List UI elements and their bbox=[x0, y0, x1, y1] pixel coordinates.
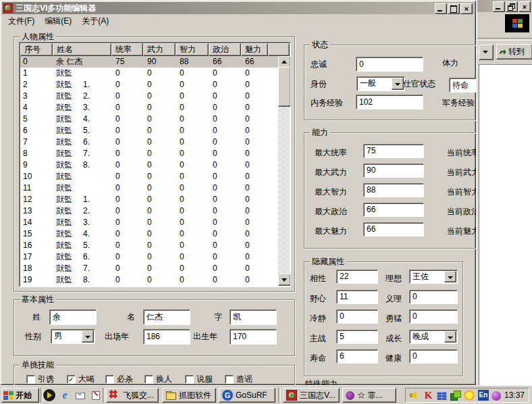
taskbar-clock[interactable]: 13:37 bbox=[504, 388, 525, 402]
max-ability-input[interactable]: 75 bbox=[363, 144, 424, 158]
firewall-icon[interactable] bbox=[437, 392, 447, 400]
table-row[interactable]: 13獃監2.00000 bbox=[20, 205, 279, 217]
table-row[interactable]: 0余 仁杰7590886666 bbox=[20, 56, 279, 68]
taskbar-button[interactable]: 三国志V... bbox=[283, 388, 340, 403]
max-ability-input[interactable]: 66 bbox=[363, 222, 424, 236]
given-name-input[interactable]: 仁杰 bbox=[143, 309, 190, 325]
max-ability-input[interactable]: 88 bbox=[363, 183, 424, 197]
hidden-attr-input[interactable]: 5 bbox=[336, 330, 378, 344]
table-row[interactable]: 7獃監6.00000 bbox=[20, 136, 279, 148]
hidden-attr-input[interactable]: 0 bbox=[336, 309, 378, 324]
checkbox[interactable] bbox=[144, 375, 153, 384]
table-row[interactable]: 2獃監1.00000 bbox=[20, 79, 279, 91]
surname-input[interactable]: 余 bbox=[49, 309, 97, 325]
hidden-attr-input[interactable]: 22 bbox=[336, 270, 378, 284]
table-row[interactable]: 19獃監8.00000 bbox=[20, 274, 279, 286]
loyalty-input[interactable]: 0 bbox=[356, 57, 423, 72]
officer-state-input[interactable]: 待命 bbox=[449, 78, 476, 93]
media-player-icon[interactable] bbox=[43, 389, 55, 401]
taskbar-button[interactable]: ☆ 霏... bbox=[342, 388, 396, 403]
checkbox[interactable]: ✓ bbox=[67, 375, 76, 384]
dropdown-button[interactable] bbox=[392, 78, 404, 90]
table-row[interactable]: 4獃監3.00000 bbox=[20, 102, 279, 113]
checkbox[interactable] bbox=[105, 375, 114, 384]
courtesy-name-input[interactable]: 凯 bbox=[230, 309, 277, 325]
column-header[interactable]: 武力 bbox=[143, 43, 176, 56]
hidden-attr-input[interactable]: 0 bbox=[409, 349, 458, 363]
table-row[interactable]: 17獃監6.00000 bbox=[20, 251, 279, 263]
checkbox-label: 说服 bbox=[196, 374, 213, 384]
checkbox[interactable] bbox=[26, 375, 35, 384]
table-row[interactable]: 8獃監7.00000 bbox=[20, 148, 279, 159]
table-row[interactable]: 12獃監1.00000 bbox=[20, 194, 279, 205]
network-squares-icon[interactable] bbox=[450, 390, 461, 401]
column-header[interactable]: 序号 bbox=[20, 43, 53, 56]
table-row[interactable]: 11獃監00000 bbox=[20, 182, 279, 194]
menu-item[interactable]: 文件(F) bbox=[8, 15, 34, 28]
menu-item[interactable]: 关于(A) bbox=[82, 15, 109, 28]
maximize-button[interactable] bbox=[448, 3, 460, 14]
taskbar-button[interactable]: 抓图软件 bbox=[162, 388, 216, 403]
minimize-button[interactable] bbox=[493, 1, 505, 12]
outlook-express-icon[interactable] bbox=[74, 389, 86, 401]
table-row[interactable]: 3獃監2.00000 bbox=[20, 91, 279, 102]
input-lang-en-icon[interactable]: En bbox=[478, 390, 489, 401]
row-index-cell: 0 bbox=[20, 56, 53, 68]
go-button[interactable]: 转到 bbox=[496, 44, 532, 59]
stat-cell: 0 bbox=[143, 228, 176, 240]
stat-cell: 0 bbox=[241, 68, 268, 79]
column-header[interactable]: 魅力 bbox=[241, 43, 268, 56]
volume-icon[interactable] bbox=[408, 390, 420, 401]
dropdown-button[interactable] bbox=[444, 271, 456, 282]
browser-content-area[interactable] bbox=[479, 64, 532, 385]
scrollbar-thumb[interactable] bbox=[278, 67, 291, 107]
hidden-attr-select[interactable]: 王佐 bbox=[409, 270, 458, 284]
close-button[interactable]: × bbox=[460, 3, 473, 14]
table-row[interactable]: 16獃監5.00000 bbox=[20, 240, 279, 251]
max-ability-input[interactable]: 90 bbox=[363, 163, 424, 178]
dropdown-button[interactable] bbox=[444, 331, 456, 343]
table-row[interactable]: 6獃監5.00000 bbox=[20, 125, 279, 136]
table-row[interactable]: 1獃監00000 bbox=[20, 68, 279, 79]
scrollbar-down-button[interactable] bbox=[278, 274, 291, 286]
column-header[interactable]: 智力 bbox=[176, 43, 209, 56]
table-row[interactable]: 5獃監4.00000 bbox=[20, 113, 279, 125]
domestic-exp-input[interactable]: 102 bbox=[356, 95, 423, 109]
gender-select[interactable]: 男 bbox=[51, 329, 95, 344]
table-row[interactable]: 14獃監3.00000 bbox=[20, 217, 279, 228]
menu-item[interactable]: 编辑(E) bbox=[45, 15, 72, 28]
show-desktop-icon[interactable] bbox=[90, 389, 102, 401]
column-header[interactable]: 统率 bbox=[111, 43, 143, 56]
restore-button[interactable] bbox=[506, 1, 518, 12]
antivirus-k-icon[interactable]: K bbox=[423, 390, 434, 401]
hidden-attr-select[interactable]: 晚成 bbox=[409, 330, 458, 344]
table-row[interactable]: 18獃監7.00000 bbox=[20, 263, 279, 274]
hidden-attr-input[interactable]: 6 bbox=[336, 349, 378, 363]
minimize-button[interactable] bbox=[435, 3, 447, 14]
column-header[interactable]: 姓名 bbox=[53, 43, 111, 56]
checkbox[interactable] bbox=[225, 375, 234, 384]
checkbox[interactable] bbox=[185, 375, 194, 384]
identity-select[interactable]: 一般 bbox=[356, 76, 405, 91]
column-header[interactable]: 政治 bbox=[209, 43, 241, 56]
close-button[interactable]: × bbox=[518, 1, 531, 12]
hidden-attr-input[interactable]: 0 bbox=[409, 309, 458, 324]
address-dropdown-button[interactable] bbox=[479, 45, 494, 60]
internet-explorer-icon[interactable]: e bbox=[59, 389, 71, 401]
sun-utility-icon[interactable] bbox=[464, 390, 475, 401]
hidden-attr-input[interactable]: 0 bbox=[409, 290, 458, 304]
table-row[interactable]: 15獃監4.00000 bbox=[20, 228, 279, 240]
table-row[interactable]: 9獃監8.00000 bbox=[20, 159, 279, 171]
max-ability-input[interactable]: 66 bbox=[363, 203, 424, 217]
birth-year-input[interactable]: 170 bbox=[230, 329, 277, 345]
dropdown-button[interactable] bbox=[82, 330, 94, 343]
start-button[interactable]: 开始 bbox=[1, 388, 39, 403]
purple-ball-icon[interactable] bbox=[491, 391, 501, 401]
vertical-scrollbar[interactable] bbox=[278, 56, 290, 286]
taskbar-button-label: 飞狐交... bbox=[123, 390, 154, 401]
table-row[interactable]: 10獃監00000 bbox=[20, 171, 279, 182]
debut-year-input[interactable]: 186 bbox=[143, 329, 190, 345]
taskbar-button[interactable]: GGoSuRF bbox=[219, 388, 275, 403]
hidden-attr-input[interactable]: 11 bbox=[336, 290, 378, 304]
taskbar-button[interactable]: 飞狐交... bbox=[106, 388, 159, 403]
